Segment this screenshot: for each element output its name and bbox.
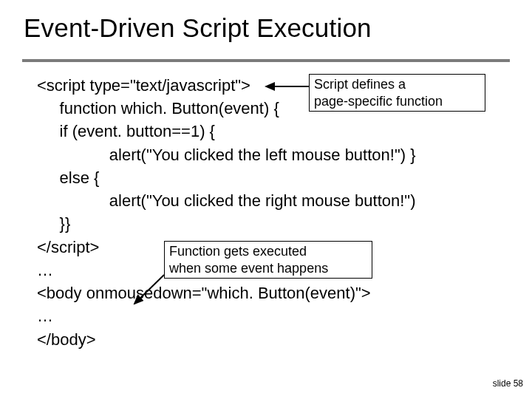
- code-line-7: }}: [37, 212, 495, 235]
- slide-title: Event-Driven Script Execution: [24, 13, 372, 43]
- callout-line: page-specific function: [314, 93, 480, 110]
- callout-line: Function gets executed: [169, 243, 367, 260]
- code-line-5: else {: [37, 166, 495, 189]
- callout-line: Script defines a: [314, 76, 480, 93]
- code-line-3: if (event. button==1) {: [37, 120, 495, 143]
- code-line-12: </body>: [37, 328, 495, 351]
- code-block: <script type="text/javascript"> function…: [37, 74, 495, 351]
- title-underline: [22, 59, 510, 62]
- code-line-4: alert("You clicked the left mouse button…: [37, 143, 495, 166]
- code-line-10: <body onmousedown="which. Button(event)"…: [37, 282, 495, 304]
- callout-script-defines: Script defines a page-specific function: [309, 74, 485, 112]
- callout-line: when some event happens: [169, 260, 367, 277]
- code-line-6: alert("You clicked the right mouse butto…: [37, 189, 495, 212]
- callout-function-executed: Function gets executed when some event h…: [164, 241, 372, 279]
- slide-number: slide 58: [493, 378, 523, 389]
- slide: Event-Driven Script Execution <script ty…: [0, 0, 532, 399]
- code-line-11: …: [37, 304, 495, 327]
